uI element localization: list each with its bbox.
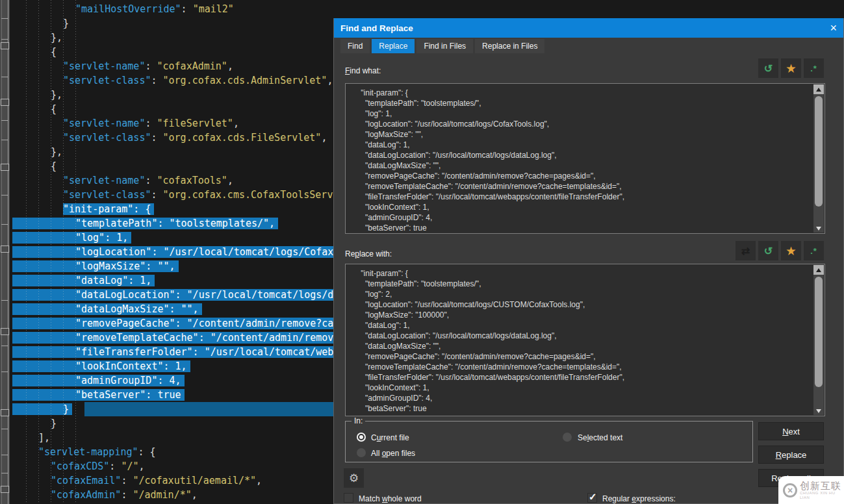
find-icon-row: ↺★.* xyxy=(758,58,824,78)
scrollbar-thumb[interactable] xyxy=(815,277,823,387)
fold-marker-icon[interactable] xyxy=(1,42,9,49)
radio-current-file[interactable] xyxy=(357,433,366,442)
replace-scrollbar[interactable] xyxy=(813,265,824,415)
regular-expressions-checkbox[interactable] xyxy=(587,493,597,503)
watermark: × 创新互联 CHUANG XIN HU LIAN xyxy=(778,476,844,504)
radio-all-open-files[interactable] xyxy=(357,448,366,457)
replace-with-label: Replace with: xyxy=(345,249,392,258)
regular-expressions-label: Regular expressions: xyxy=(602,494,676,503)
radio-selected-text[interactable] xyxy=(563,433,572,442)
gutter-tick xyxy=(1,300,8,301)
watermark-subtext: CHUANG XIN HU LIAN xyxy=(800,491,844,500)
gutter-tick xyxy=(1,346,8,346)
history-icon[interactable]: ↺ xyxy=(758,58,778,78)
fold-marker-icon[interactable] xyxy=(1,99,9,106)
gutter-tick xyxy=(1,18,8,19)
replace-with-input[interactable]: "init-param": { "templatePath": "toolste… xyxy=(345,264,825,416)
regex-icon[interactable]: .* xyxy=(804,58,824,78)
scope-legend: In: xyxy=(352,416,365,425)
favorite-star-icon[interactable]: ★ xyxy=(781,58,801,78)
gutter-tick xyxy=(1,39,8,40)
match-whole-word-label: Match whole word xyxy=(359,494,422,503)
tab-bar: FindReplaceFind in FilesReplace in Files xyxy=(340,39,544,53)
next-button[interactable]: Next xyxy=(758,422,824,440)
scroll-up-icon[interactable] xyxy=(813,265,824,275)
gutter-tick xyxy=(1,224,8,225)
regex-icon[interactable]: .* xyxy=(804,241,824,260)
replace-button[interactable]: Replace xyxy=(758,446,824,464)
code-line[interactable]: "mailHostOverride": "mail2" xyxy=(12,2,844,16)
scroll-down-icon[interactable] xyxy=(816,227,821,231)
tab-replace[interactable]: Replace xyxy=(372,39,415,53)
fold-marker-icon[interactable] xyxy=(1,164,9,171)
gutter-tick xyxy=(1,455,8,455)
watermark-text: 创新互联 xyxy=(800,481,844,491)
replace-with-text: "init-param": { "templatePath": "toolste… xyxy=(346,264,825,416)
screen: "mailHostOverride": "mail2"}},{"servlet-… xyxy=(0,0,844,504)
scroll-down-icon[interactable] xyxy=(816,409,821,413)
dialog-titlebar[interactable]: Find and Replace × xyxy=(334,18,843,38)
replace-icon-row: ⇄↺★.* xyxy=(735,241,824,260)
tab-find[interactable]: Find xyxy=(340,39,370,53)
all-open-files-label: All open files xyxy=(371,449,415,458)
scrollbar-thumb[interactable] xyxy=(815,96,823,207)
history-icon[interactable]: ↺ xyxy=(758,241,778,260)
favorite-star-icon[interactable]: ★ xyxy=(781,241,801,260)
gear-icon[interactable]: ⚙ xyxy=(344,468,364,488)
find-what-label: Find what: xyxy=(345,66,381,75)
gutter-tick xyxy=(1,195,8,195)
find-what-text: "init-param": { "templatePath": "toolste… xyxy=(346,84,825,234)
fold-marker-icon[interactable] xyxy=(1,486,9,493)
current-file-label: Current file xyxy=(371,433,409,442)
fold-gutter[interactable] xyxy=(0,0,10,504)
fold-marker-icon[interactable] xyxy=(1,409,9,416)
find-what-input[interactable]: "init-param": { "templatePath": "toolste… xyxy=(345,83,825,234)
scroll-up-icon[interactable] xyxy=(813,84,824,94)
gutter-tick xyxy=(1,77,8,77)
watermark-logo-icon: × xyxy=(783,483,797,498)
fold-marker-icon[interactable] xyxy=(1,246,9,253)
dialog-title: Find and Replace xyxy=(340,23,413,33)
tab-replace-in-files[interactable]: Replace in Files xyxy=(475,39,544,53)
close-icon[interactable]: × xyxy=(830,22,837,34)
gutter-tick xyxy=(1,473,8,473)
gutter-tick xyxy=(1,429,8,429)
swap-icon[interactable]: ⇄ xyxy=(735,241,756,260)
tab-find-in-files[interactable]: Find in Files xyxy=(416,39,473,53)
gutter-tick xyxy=(1,372,8,372)
fold-marker-icon[interactable] xyxy=(1,328,9,335)
gutter-tick xyxy=(1,140,8,140)
find-scrollbar[interactable] xyxy=(813,84,824,233)
match-whole-word-checkbox[interactable] xyxy=(344,493,353,503)
selected-text-label: Selected text xyxy=(578,433,622,442)
scope-groupbox: In: Current file Selected text All open … xyxy=(345,421,753,462)
gutter-tick xyxy=(1,120,8,121)
find-replace-dialog: Find and Replace × FindReplaceFind in Fi… xyxy=(333,18,844,504)
